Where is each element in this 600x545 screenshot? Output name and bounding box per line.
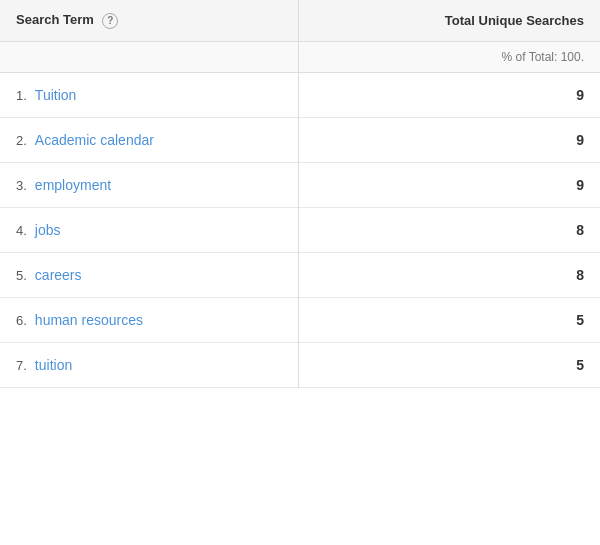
search-terms-table: Search Term ? Total Unique Searches % of… <box>0 0 600 388</box>
search-value: 9 <box>299 72 600 117</box>
help-icon[interactable]: ? <box>102 13 118 29</box>
subheader-row: % of Total: 100. <box>0 41 600 72</box>
search-value: 9 <box>299 117 600 162</box>
search-term-link[interactable]: Academic calendar <box>35 132 154 148</box>
unique-searches-column-header: Total Unique Searches <box>299 0 600 41</box>
search-term-column-header: Search Term ? <box>0 0 299 41</box>
table-row: 3.employment9 <box>0 162 600 207</box>
search-value: 8 <box>299 207 600 252</box>
search-term-link[interactable]: human resources <box>35 312 143 328</box>
rank-number: 4. <box>16 223 27 238</box>
search-term-link[interactable]: Tuition <box>35 87 77 103</box>
search-term-link[interactable]: employment <box>35 177 111 193</box>
search-term-link[interactable]: tuition <box>35 357 72 373</box>
table-row: 2.Academic calendar9 <box>0 117 600 162</box>
table-row: 6.human resources5 <box>0 297 600 342</box>
search-value: 8 <box>299 252 600 297</box>
rank-number: 5. <box>16 268 27 283</box>
rank-number: 7. <box>16 358 27 373</box>
subheader-percent: % of Total: 100. <box>299 41 600 72</box>
search-value: 9 <box>299 162 600 207</box>
table-row: 1.Tuition9 <box>0 72 600 117</box>
search-value: 5 <box>299 297 600 342</box>
rank-number: 3. <box>16 178 27 193</box>
search-term-link[interactable]: careers <box>35 267 82 283</box>
search-value: 5 <box>299 342 600 387</box>
subheader-left-cell <box>0 41 299 72</box>
table-row: 4.jobs8 <box>0 207 600 252</box>
search-term-link[interactable]: jobs <box>35 222 61 238</box>
table-row: 7.tuition5 <box>0 342 600 387</box>
rank-number: 2. <box>16 133 27 148</box>
search-term-label: Search Term <box>16 12 94 27</box>
rank-number: 1. <box>16 88 27 103</box>
rank-number: 6. <box>16 313 27 328</box>
unique-searches-label: Total Unique Searches <box>445 13 584 28</box>
table-row: 5.careers8 <box>0 252 600 297</box>
